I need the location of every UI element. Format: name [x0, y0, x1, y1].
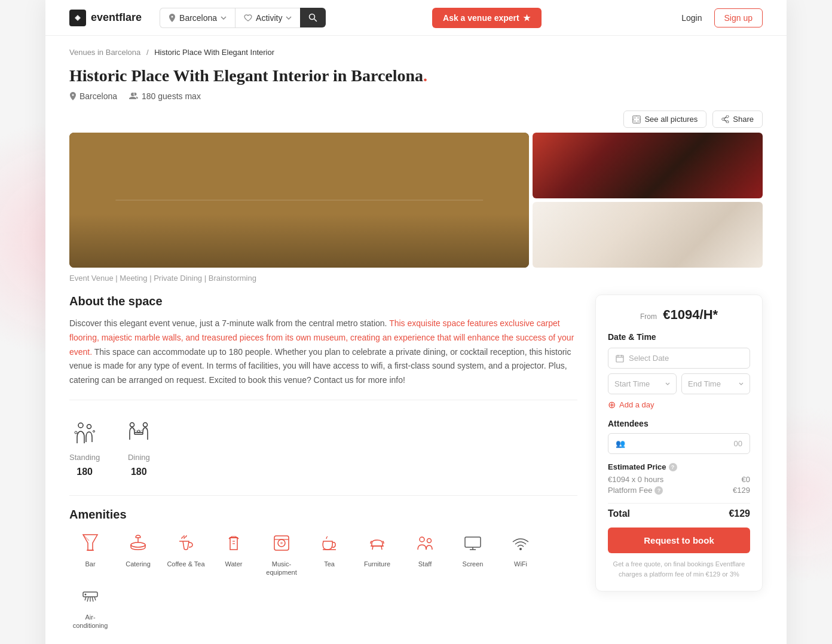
calendar-icon: [616, 354, 624, 363]
music-label: Music-equipment: [261, 560, 302, 577]
svg-line-36: [94, 597, 96, 600]
price-header: From €1094/H*: [608, 307, 750, 323]
svg-line-23: [372, 546, 373, 550]
svg-point-6: [78, 423, 83, 428]
breadcrumb-parent[interactable]: Venues in Barcelona: [69, 48, 140, 57]
end-time-chevron: [739, 382, 744, 385]
date-time-label: Date & Time: [608, 332, 750, 342]
request-to-book-button[interactable]: Request to book: [608, 528, 750, 553]
start-time-select[interactable]: Start Time: [608, 373, 677, 394]
dining-icon: [125, 419, 152, 447]
venue-location: Barcelona: [69, 91, 117, 101]
svg-point-10: [130, 422, 134, 427]
capacity-standing: Standing 180: [69, 418, 100, 477]
ac-label: Air-conditioning: [69, 613, 111, 630]
amenity-water: Water: [213, 530, 255, 577]
location-icon: [169, 14, 176, 22]
tea-icon: [316, 530, 342, 556]
capacity-dining: Dining 180: [124, 418, 154, 477]
amenity-music: Music-equipment: [261, 530, 302, 577]
amenity-bar: Bar: [69, 530, 111, 577]
amenity-ac: Air-conditioning: [69, 583, 111, 630]
about-title: About the space: [69, 295, 577, 308]
signup-button[interactable]: Sign up: [714, 8, 763, 27]
svg-point-26: [427, 538, 432, 542]
screen-label: Screen: [463, 560, 484, 568]
staff-icon: [412, 530, 438, 556]
heart-icon: [244, 14, 252, 22]
svg-rect-5: [637, 120, 640, 123]
dining-label: Dining: [128, 453, 150, 462]
add-day-button[interactable]: ⊕ Add a day: [608, 399, 750, 410]
svg-point-13: [137, 430, 140, 433]
about-text: Discover this elegant event venue, just …: [69, 317, 577, 388]
activity-dropdown[interactable]: Activity: [235, 8, 300, 28]
bar-label: Bar: [85, 560, 95, 568]
share-button[interactable]: Share: [712, 111, 763, 128]
svg-rect-3: [637, 116, 640, 119]
ask-expert-button[interactable]: Ask a venue expert ★: [432, 8, 542, 28]
attendees-input[interactable]: 👥 00: [608, 433, 750, 454]
amenity-furniture: Furniture: [356, 530, 398, 577]
divider-2: [69, 495, 577, 496]
search-button[interactable]: [300, 8, 326, 27]
main-content: Venues in Barcelona / Historic Place Wit…: [45, 36, 787, 644]
location-dropdown[interactable]: Barcelona: [160, 8, 235, 28]
ac-icon: [77, 583, 103, 609]
furniture-label: Furniture: [364, 560, 390, 568]
coffee-label: Coffee & Tea: [167, 560, 204, 568]
main-layout: About the space Discover this elegant ev…: [69, 295, 763, 644]
event-types: Event Venue | Meeting | Private Dining |…: [69, 274, 763, 283]
svg-line-33: [87, 597, 88, 602]
wifi-label: WiFi: [514, 560, 527, 568]
star-icon: ★: [523, 13, 531, 23]
standing-value: 180: [77, 467, 93, 477]
estimated-help-icon[interactable]: ?: [669, 463, 677, 471]
svg-rect-27: [465, 537, 481, 547]
logo[interactable]: eventflare: [69, 10, 142, 26]
amenity-staff: Staff: [404, 530, 446, 577]
logo-icon: [69, 10, 86, 26]
platform-fee-help-icon[interactable]: ?: [654, 486, 663, 495]
platform-fee-label: Platform Fee ?: [608, 486, 663, 495]
amenity-tea: Tea: [308, 530, 350, 577]
search-icon: [308, 13, 317, 22]
guests-icon: [129, 93, 139, 100]
map-pin-icon: [69, 92, 77, 100]
gallery-thumb-1[interactable]: [533, 133, 763, 198]
standing-label: Standing: [69, 453, 100, 462]
chevron-down-icon2: [286, 16, 292, 20]
booking-note: Get a free quote, on final bookings Even…: [608, 559, 750, 579]
end-time-select[interactable]: End Time: [681, 373, 750, 394]
ask-expert-label: Ask a venue expert: [443, 13, 519, 23]
date-input[interactable]: Select Date: [608, 348, 750, 369]
capacity-row: Standing 180: [69, 412, 577, 483]
gallery-thumb-2[interactable]: [533, 202, 763, 268]
svg-rect-2: [633, 116, 636, 119]
start-time-chevron: [665, 382, 670, 385]
location-value: Barcelona: [179, 13, 217, 23]
price-value: €1094/H*: [663, 307, 718, 322]
amenity-catering: Catering: [117, 530, 159, 577]
svg-point-37: [85, 593, 87, 595]
svg-line-35: [92, 597, 93, 602]
breadcrumb-current: Historic Place With Elegant Interior: [154, 48, 274, 57]
attendees-label: Attendees: [608, 419, 750, 428]
furniture-icon: [364, 530, 390, 556]
gallery-header: See all pictures Share: [69, 111, 763, 128]
amenities-title: Amenities: [69, 508, 577, 522]
svg-point-0: [310, 14, 315, 20]
header: eventflare Barcelona Activity: [45, 0, 787, 36]
price-calc-row: €1094 x 0 hours €0: [608, 475, 750, 484]
amenity-screen: Screen: [452, 530, 494, 577]
see-all-pictures-button[interactable]: See all pictures: [623, 111, 706, 128]
login-button[interactable]: Login: [681, 13, 702, 23]
svg-point-9: [93, 430, 94, 432]
estimated-section: Estimated Price ? €1094 x 0 hours €0 Pla…: [608, 462, 750, 495]
screen-icon: [460, 530, 486, 556]
music-icon: [268, 530, 295, 556]
svg-point-11: [143, 422, 148, 427]
gallery-main-image[interactable]: [69, 133, 529, 268]
chevron-down-icon: [221, 16, 227, 20]
svg-rect-38: [616, 355, 623, 362]
